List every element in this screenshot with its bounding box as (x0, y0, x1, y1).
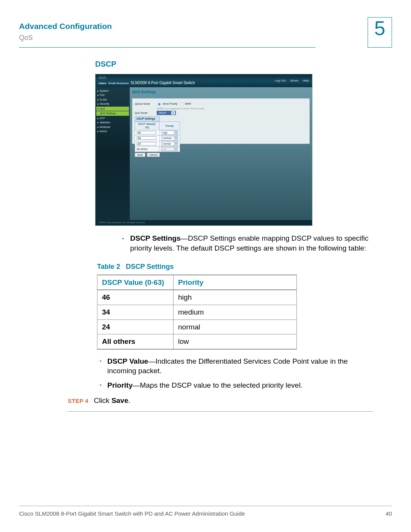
chevron-down-icon: ▼ (174, 147, 178, 151)
queue-mode-note: (WRR is not supported at Jumbo Frame mod… (157, 107, 204, 110)
ss-brand-small: Small Business (108, 81, 129, 85)
dscp-input-2[interactable] (137, 136, 156, 140)
ss-col-priority: Priority (159, 121, 180, 130)
sidebar-item-qos-settings[interactable]: QoS Settings (96, 111, 129, 115)
table-row: All others low (97, 334, 297, 349)
dscp-settings-table: DSCP Value (0-63) Priority 46 high 34 me… (97, 275, 297, 350)
footer-page-number: 40 (386, 510, 392, 518)
footer-left: Cisco SLM2008 8-Port Gigabit Smart Switc… (19, 510, 245, 518)
chevron-down-icon: ▼ (174, 136, 178, 140)
qos-mode-label: QoS Mode (135, 111, 155, 115)
chevron-down-icon: ▼ (171, 111, 175, 115)
th-dscp-value: DSCP Value (0-63) (97, 275, 174, 290)
chapter-number: 5 (368, 17, 392, 48)
ss-link-about[interactable]: About (290, 79, 298, 83)
image-ref-number: 194427 (309, 225, 312, 226)
chevron-down-icon: ▼ (174, 142, 178, 145)
queue-mode-strict-label: Strict Priority (162, 102, 178, 105)
queue-mode-label: Queue Mode (135, 102, 155, 105)
step-label: STEP 4 (68, 397, 88, 405)
bullet-priority: Priority—Maps the DSCP value to the sele… (99, 380, 373, 390)
sidebar-item-security[interactable]: ▸ Security (96, 102, 129, 106)
dscp-input-3[interactable] (137, 142, 156, 145)
sidebar-item-port[interactable]: ▸ Port (96, 93, 129, 97)
section-title: DSCP (95, 59, 392, 69)
ss-link-help[interactable]: Help (303, 79, 309, 83)
dscp-input-1[interactable] (137, 131, 156, 134)
ss-link-logout[interactable]: Log Out (275, 79, 285, 83)
step-rule (68, 411, 373, 412)
ss-main: QoS Settings Queue Mode Strict Priority … (130, 87, 312, 220)
bullet-dscp-value: DSCP Value—Indicates the Differentiated … (99, 356, 373, 376)
ss-footer: ©2009 Cisco Systems, Inc. All rights res… (96, 220, 312, 225)
sidebar-item-system[interactable]: ▸ System (96, 89, 129, 93)
queue-mode-wrr-label: WRR (185, 102, 191, 105)
dscp-settings-subhdr: DSCP Settings (135, 116, 160, 121)
page-header: Advanced Configuration QoS 5 (19, 21, 392, 48)
queue-mode-wrr-radio[interactable] (180, 102, 183, 105)
ss-panel-title: QoS Settings (132, 89, 310, 96)
sidebar-item-admin[interactable]: ▸ Admin (96, 129, 129, 133)
ss-save-button[interactable]: Save (135, 153, 145, 157)
page-footer: Cisco SLM2008 8-Port Gigabit Smart Switc… (19, 506, 392, 518)
sidebar-item-multicast[interactable]: ▸ Multicast (96, 125, 129, 129)
th-priority: Priority (174, 275, 297, 290)
ss-cancel-button[interactable]: Cancel (147, 153, 160, 157)
dscp-allothers: All others (135, 147, 159, 152)
header-rule (19, 47, 315, 48)
priority-select-4[interactable]: low▼ (161, 147, 178, 151)
table-row: 34 medium (97, 305, 297, 320)
sidebar-item-qos[interactable]: ▾ QoS (96, 107, 129, 111)
dscp-settings-desc: DSCP Settings—DSCP Settings enable mappi… (122, 233, 373, 253)
ss-dscp-table: DSCP Value(0-63) Priority high▼ medium▼ (135, 121, 180, 152)
priority-select-2[interactable]: medium▼ (161, 136, 178, 140)
sidebar-item-stp[interactable]: ▸ STP (96, 116, 129, 120)
step-row: STEP 4 Click Save. (68, 396, 392, 406)
priority-select-3[interactable]: normal▼ (161, 142, 178, 146)
ss-col-dscp: DSCP Value(0-63) (135, 121, 159, 130)
sidebar-item-statistics[interactable]: ▸ Statistics (96, 120, 129, 125)
table-row: 46 high (97, 290, 297, 305)
ss-topbar: ılıılı. cisco Small Business SLM2008 8-P… (96, 74, 312, 87)
table-caption: Table 2 DSCP Settings (97, 262, 392, 271)
queue-mode-strict-radio[interactable] (158, 102, 161, 105)
ss-brand-name: SLM2008 8-Port Gigabit Smart Switch (131, 81, 195, 85)
sidebar-item-vlan[interactable]: ▸ VLAN (96, 97, 129, 102)
header-subtitle: QoS (19, 33, 112, 42)
ss-sidebar: ▸ System ▸ Port ▸ VLAN ▸ Security ▾ QoS … (96, 87, 130, 220)
desc-lead: DSCP Settings (130, 234, 181, 242)
table-row: 24 normal (97, 320, 297, 334)
chevron-down-icon: ▼ (174, 131, 178, 134)
qos-mode-select[interactable]: DSCP ▼ (157, 111, 176, 115)
priority-select-1[interactable]: high▼ (161, 131, 178, 135)
qos-screenshot: ılıılı. cisco Small Business SLM2008 8-P… (95, 74, 312, 226)
header-title: Advanced Configuration (19, 21, 112, 32)
